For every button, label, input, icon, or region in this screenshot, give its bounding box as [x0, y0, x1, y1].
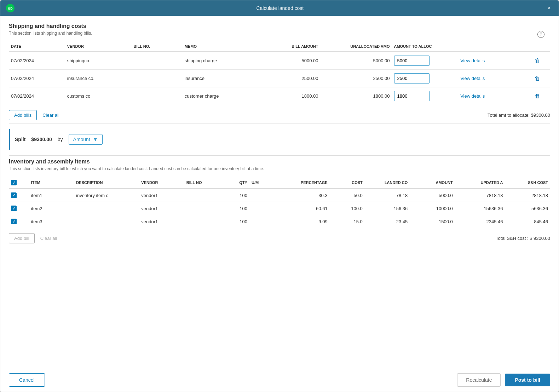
shipping-vendor-cell: customs co — [65, 87, 132, 105]
inv-cb-cell — [9, 215, 29, 228]
shipping-alloc-cell — [392, 52, 459, 70]
inventory-table-row: item3 vendor1 100 9.09 15.0 23.45 1500.0… — [9, 215, 550, 228]
inv-desc-cell — [74, 215, 139, 228]
inv-pct-cell: 30.3 — [280, 189, 330, 202]
add-bills-button[interactable]: Add bills — [9, 110, 37, 120]
col-sh-header: S&H COST — [505, 177, 550, 189]
inv-lc-cell: 156.36 — [365, 202, 410, 215]
inventory-total-text: Total S&H cost : $ 9300.00 — [496, 236, 550, 241]
shipping-memo-cell: shipping charge — [183, 52, 259, 70]
shipping-date-cell: 07/02/2024 — [9, 70, 65, 87]
inv-updated-cell: 2345.46 — [455, 215, 505, 228]
col-pct-header: PERCENTAGE — [280, 177, 330, 189]
shipping-table: DATE VENDOR BILL NO. MEMO BILL AMOUNT UN… — [9, 41, 550, 105]
shipping-vendor-cell: shippingco. — [65, 52, 132, 70]
inventory-table-header: ITEM DESCRIPTION VENDOR BILL NO QTY U/M … — [9, 177, 550, 189]
shipping-alloc-cell — [392, 70, 459, 87]
shipping-table-row: 07/02/2024 shippingco. shipping charge 5… — [9, 52, 550, 70]
add-bill-button[interactable]: Add bill — [9, 233, 35, 243]
shipping-table-row: 07/02/2024 insurance co. insurance 2500.… — [9, 70, 550, 87]
col-billno-header: BILL NO. — [131, 41, 182, 52]
inv-qty-cell: 100 — [219, 202, 249, 215]
row-checkbox[interactable] — [11, 206, 17, 211]
qb-logo-icon: qb — [6, 4, 15, 12]
shipping-memo-cell: customer charge — [183, 87, 259, 105]
inv-vendor-cell: vendor1 — [139, 202, 184, 215]
inv-cb-cell — [9, 202, 29, 215]
amount-to-alloc-input[interactable] — [394, 91, 430, 101]
inv-vendor-cell: vendor1 — [139, 189, 184, 202]
modal-header: qb Calculate landed cost × — [0, 0, 559, 16]
col-memo-header: MEMO — [183, 41, 259, 52]
inventory-table: ITEM DESCRIPTION VENDOR BILL NO QTY U/M … — [9, 177, 550, 228]
shipping-viewdetails-cell: View details — [458, 87, 525, 105]
shipping-unalloc-cell: 5000.00 — [320, 52, 392, 70]
post-to-bill-button[interactable]: Post to bill — [505, 374, 550, 386]
header-checkbox[interactable] — [11, 180, 17, 185]
shipping-section: Shipping and handling costs This section… — [9, 23, 550, 120]
shipping-alloc-cell — [392, 87, 459, 105]
shipping-billamount-cell: 1800.00 — [259, 87, 320, 105]
inv-pct-cell: 60.61 — [280, 202, 330, 215]
shipping-section-title: Shipping and handling costs — [9, 23, 550, 29]
cancel-button[interactable]: Cancel — [9, 373, 45, 387]
col-desc-header: DESCRIPTION — [74, 177, 139, 189]
shipping-vendor-cell: insurance co. — [65, 70, 132, 87]
inv-cost-cell: 100.0 — [330, 202, 365, 215]
shipping-billno-cell — [131, 87, 182, 105]
shipping-section-subtitle: This section lists shipping and handling… — [9, 31, 550, 36]
inv-sh-cell: 845.46 — [505, 215, 550, 228]
view-details-link[interactable]: View details — [460, 93, 485, 99]
col-updated-header: UPDATED A — [455, 177, 505, 189]
view-details-link[interactable]: View details — [460, 76, 485, 81]
amount-to-alloc-input[interactable] — [394, 56, 430, 66]
row-checkbox[interactable] — [11, 192, 17, 198]
close-button[interactable]: × — [546, 4, 553, 12]
inv-sh-cell: 5636.36 — [505, 202, 550, 215]
inventory-table-row: item2 vendor1 100 60.61 100.0 156.36 100… — [9, 202, 550, 215]
inventory-clear-all-button[interactable]: Clear all — [40, 236, 57, 241]
inv-cost-cell: 50.0 — [330, 189, 365, 202]
inv-vendor-cell: vendor1 — [139, 215, 184, 228]
delete-icon[interactable]: 🗑 — [535, 58, 540, 64]
amount-to-alloc-input[interactable] — [394, 73, 430, 83]
footer-right: Recalculate Post to bill — [457, 373, 550, 387]
shipping-date-cell: 07/02/2024 — [9, 87, 65, 105]
view-details-link[interactable]: View details — [460, 58, 485, 63]
inv-item-cell: item1 — [29, 189, 74, 202]
col-cost-header: COST — [330, 177, 365, 189]
inv-lc-cell: 23.45 — [365, 215, 410, 228]
col-um-header: U/M — [249, 177, 280, 189]
inv-amount-cell: 10000.0 — [410, 202, 455, 215]
shipping-clear-all-button[interactable]: Clear all — [42, 113, 59, 118]
delete-icon[interactable]: 🗑 — [535, 75, 540, 81]
inventory-section-subtitle: This section lists inventory bill for wh… — [9, 166, 550, 171]
split-row: Split $9300.00 by Amount ▼ — [9, 129, 550, 150]
inv-item-cell: item3 — [29, 215, 74, 228]
split-label: Split — [15, 137, 25, 142]
split-amount: $9300.00 — [31, 137, 52, 142]
shipping-billno-cell — [131, 52, 182, 70]
delete-icon[interactable]: 🗑 — [535, 93, 540, 99]
col-viewdetails-header — [458, 41, 525, 52]
shipping-viewdetails-cell: View details — [458, 70, 525, 87]
help-icon[interactable]: ? — [537, 31, 544, 38]
shipping-viewdetails-cell: View details — [458, 52, 525, 70]
recalculate-button[interactable]: Recalculate — [457, 373, 501, 387]
inv-desc-cell: inventory item c — [74, 189, 139, 202]
split-chevron-icon: ▼ — [93, 137, 98, 142]
shipping-table-row: 07/02/2024 customs co customer charge 18… — [9, 87, 550, 105]
inv-item-cell: item2 — [29, 202, 74, 215]
inventory-action-row: Add bill Clear all Total S&H cost : $ 93… — [9, 233, 550, 243]
row-checkbox[interactable] — [11, 219, 17, 224]
inv-billno-cell — [184, 202, 219, 215]
split-by-label: by — [58, 137, 63, 142]
shipping-memo-cell: insurance — [183, 70, 259, 87]
col-vendor-header: VENDOR — [65, 41, 132, 52]
inv-desc-cell — [74, 202, 139, 215]
col-date-header: DATE — [9, 41, 65, 52]
shipping-delete-cell: 🗑 — [525, 70, 550, 87]
split-method-dropdown[interactable]: Amount ▼ — [69, 134, 103, 145]
shipping-delete-cell: 🗑 — [525, 52, 550, 70]
col-cb-header[interactable] — [9, 177, 29, 189]
